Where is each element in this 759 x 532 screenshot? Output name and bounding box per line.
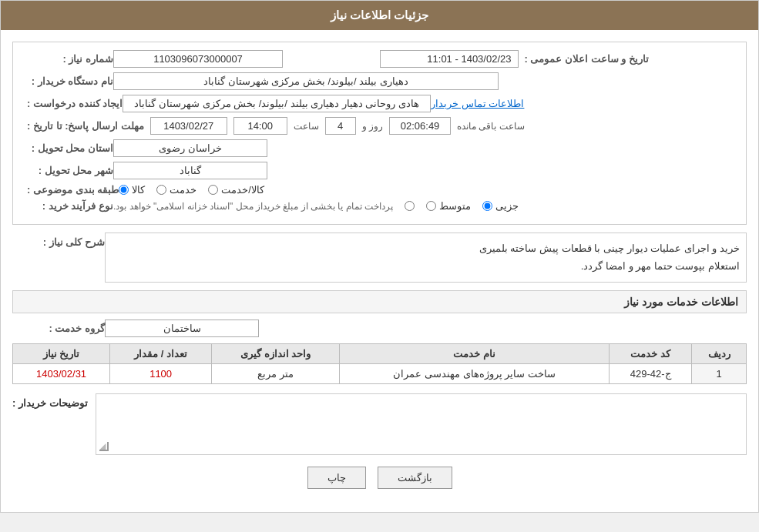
services-section-title: اطلاعات خدمات مورد نیاز <box>12 290 747 313</box>
th-name: نام خدمت <box>340 343 610 363</box>
header-title: جزئیات اطلاعات نیاز <box>331 8 428 22</box>
contact-link[interactable]: اطلاعات تماس خریدار <box>431 98 524 109</box>
city-value: گناباد <box>113 162 267 179</box>
print-button[interactable]: چاپ <box>307 467 366 489</box>
table-header-row: ردیف کد خدمت نام خدمت واحد اندازه گیری ت… <box>13 343 747 363</box>
purchase-jozi-radio[interactable] <box>482 201 492 211</box>
services-section: اطلاعات خدمات مورد نیاز ساختمان گروه خدم… <box>12 290 747 384</box>
category-kala-item: کالا <box>119 184 145 196</box>
category-kala-label: کالا <box>132 184 145 196</box>
service-group-value: ساختمان <box>105 320 259 337</box>
time-value: 14:00 <box>233 117 287 135</box>
deadline-label: مهلت ارسال پاسخ: تا تاریخ : <box>21 120 144 132</box>
buyer-org-label: نام دستگاه خریدار : <box>21 75 113 87</box>
category-both-label: کالا/خدمت <box>221 184 264 196</box>
city-label: شهر محل تحویل : <box>21 165 113 176</box>
service-group-label: گروه خدمت : <box>12 323 105 334</box>
cell-index: 1 <box>692 363 747 383</box>
purchase-note: پرداخت تمام یا بخشی از مبلغ خریداز محل "… <box>113 201 393 212</box>
days-label: روز و <box>362 121 383 132</box>
description-label: شرح کلی نیاز : <box>12 233 105 248</box>
province-value: خراسان رضوی <box>113 139 267 157</box>
category-label: طبقه بندی موضوعی : <box>21 184 119 196</box>
col-request-number: 1103096073000007 شماره نیاز : <box>21 50 380 68</box>
row-city: گناباد شهر محل تحویل : <box>21 162 738 179</box>
buttons-row: بازگشت چاپ <box>12 467 747 500</box>
page-wrapper: جزئیات اطلاعات نیاز تاریخ و ساعت اعلان ع… <box>0 0 759 513</box>
request-number-label: شماره نیاز : <box>21 53 113 65</box>
request-number-value: 1103096073000007 <box>113 50 283 68</box>
purchase-type-label: نوع فرآیند خرید : <box>21 200 113 212</box>
purchase-other-item <box>405 201 415 211</box>
category-khedmat-label: خدمت <box>170 184 196 196</box>
services-table: ردیف کد خدمت نام خدمت واحد اندازه گیری ت… <box>12 343 747 384</box>
row-request-announce: تاریخ و ساعت اعلان عمومی : 1403/02/23 - … <box>21 50 738 68</box>
requester-label: ایجاد کننده درخواست : <box>21 98 123 109</box>
buyer-notes-box: ◢ <box>96 393 747 455</box>
description-line1: خرید و اجرای عملیات دیوار چینی با قطعات … <box>112 239 740 257</box>
row-purchase-type: پرداخت تمام یا بخشی از مبلغ خریداز محل "… <box>21 200 738 212</box>
category-khedmat-radio[interactable] <box>156 185 166 195</box>
purchase-motavaset-item: متوسط <box>426 200 471 212</box>
buyer-org-value: دهیاری بیلند /بیلوند/ بخش مرکزی شهرستان … <box>113 72 499 90</box>
main-info-block: تاریخ و ساعت اعلان عمومی : 1403/02/23 - … <box>12 42 747 225</box>
service-group-row: ساختمان گروه خدمت : <box>12 320 747 337</box>
announce-label: تاریخ و ساعت اعلان عمومی : <box>519 53 649 65</box>
purchase-motavaset-label: متوسط <box>439 200 471 212</box>
cell-code: ج-42-429 <box>609 363 691 383</box>
requester-value: هادی روحانی دهیار دهیاری بیلند /بیلوند/ … <box>123 95 431 112</box>
time-label: ساعت <box>294 121 319 132</box>
th-date: تاریخ نیاز <box>13 343 110 363</box>
category-khedmat-item: خدمت <box>156 184 196 196</box>
col-announce: تاریخ و ساعت اعلان عمومی : 1403/02/23 - … <box>380 50 739 68</box>
category-radio-group: کالا خدمت کالا/خدمت <box>119 184 264 196</box>
row-buyer-org: دهیاری بیلند /بیلوند/ بخش مرکزی شهرستان … <box>21 72 738 90</box>
content-area: تاریخ و ساعت اعلان عمومی : 1403/02/23 - … <box>1 30 758 512</box>
th-code: کد خدمت <box>609 343 691 363</box>
description-line2: استعلام بپوست حتما مهر و امضا گردد. <box>112 257 740 275</box>
category-kala-radio[interactable] <box>119 185 129 195</box>
cell-quantity: 1100 <box>110 363 212 383</box>
buyer-notes-label: توضیحات خریدار : <box>12 393 88 409</box>
deadline-date: 1403/02/27 <box>150 117 227 135</box>
th-unit: واحد اندازه گیری <box>212 343 340 363</box>
page-header: جزئیات اطلاعات نیاز <box>1 1 758 30</box>
th-index: ردیف <box>692 343 747 363</box>
days-value: 4 <box>325 117 356 135</box>
announce-value: 1403/02/23 - 11:01 <box>380 50 519 68</box>
purchase-type-row: پرداخت تمام یا بخشی از مبلغ خریداز محل "… <box>113 200 519 212</box>
remaining-label: ساعت باقی مانده <box>457 121 525 132</box>
cell-name: ساخت سایر پروژه‌های مهندسی عمران <box>340 363 610 383</box>
back-button[interactable]: بازگشت <box>378 467 452 489</box>
category-both-radio[interactable] <box>208 185 218 195</box>
row-deadline: ساعت باقی مانده 02:06:49 روز و 4 ساعت 14… <box>21 117 738 135</box>
remaining-value: 02:06:49 <box>389 117 451 135</box>
buyer-notes-section: ◢ توضیحات خریدار : <box>12 393 747 455</box>
th-quantity: تعداد / مقدار <box>110 343 212 363</box>
row-category: کالا خدمت کالا/خدمت طبقه بندی موضوعی : <box>21 184 738 196</box>
province-label: استان محل تحویل : <box>21 142 113 154</box>
buyer-notes-row: ◢ توضیحات خریدار : <box>12 393 747 455</box>
row-province: خراسان رضوی استان محل تحویل : <box>21 139 738 157</box>
purchase-other-radio[interactable] <box>405 201 415 211</box>
row-description: خرید و اجرای عملیات دیوار چینی با قطعات … <box>12 233 747 283</box>
description-box: خرید و اجرای عملیات دیوار چینی با قطعات … <box>105 233 747 283</box>
cell-date: 1403/02/31 <box>13 363 110 383</box>
row-requester: اطلاعات تماس خریدار هادی روحانی دهیار ده… <box>21 95 738 112</box>
category-both-item: کالا/خدمت <box>208 184 264 196</box>
cell-unit: متر مربع <box>212 363 340 383</box>
purchase-jozi-item: جزیی <box>482 200 519 212</box>
table-row: 1 ج-42-429 ساخت سایر پروژه‌های مهندسی عم… <box>13 363 747 383</box>
purchase-jozi-label: جزیی <box>495 200 519 212</box>
purchase-motavaset-radio[interactable] <box>426 201 436 211</box>
